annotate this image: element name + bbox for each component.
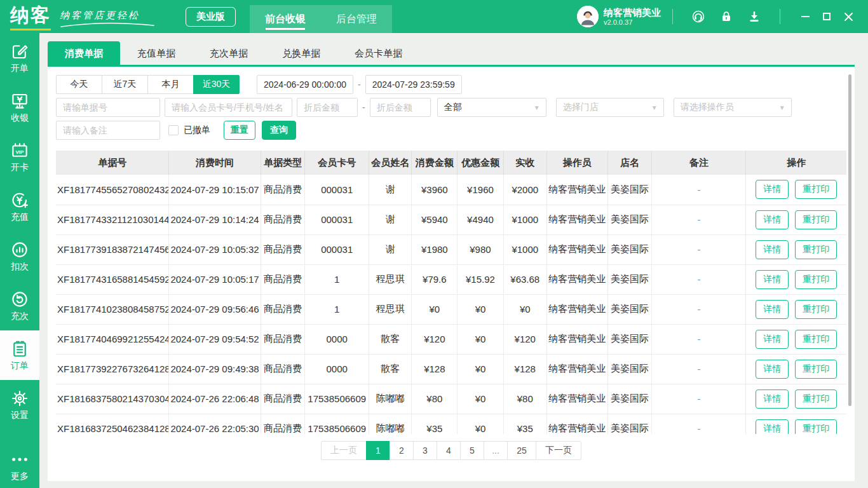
doc-tab-member-card[interactable]: 会员卡单据 — [337, 41, 419, 65]
detail-button[interactable]: 详情 — [756, 210, 789, 229]
detail-button[interactable]: 详情 — [756, 180, 789, 199]
operator-select[interactable]: 请选择操作员 ▼ — [674, 98, 792, 117]
table-cell: 17538506609 — [305, 384, 369, 414]
close-button[interactable] — [837, 7, 859, 26]
table-actions-cell: 详情重打印 — [746, 324, 846, 354]
user-area[interactable]: 纳客营销美业 v2.0.0.37 — [577, 6, 661, 27]
amount-min-input[interactable] — [297, 98, 358, 117]
pagination-page-button[interactable]: 3 — [413, 441, 437, 460]
sidebar-item-open-card[interactable]: VIP 开卡 — [0, 132, 39, 182]
pagination-page-button[interactable]: 2 — [390, 441, 414, 460]
filter-row-dates: 今天近7天本月近30天 - — [56, 75, 846, 94]
member-search-input[interactable] — [165, 98, 292, 117]
detail-button[interactable]: 详情 — [756, 330, 789, 349]
maximize-button[interactable] — [816, 7, 837, 26]
reprint-button[interactable]: 重打印 — [795, 210, 837, 229]
table-cell: ¥4940 — [458, 205, 503, 234]
doc-tab-recharge-times[interactable]: 充次单据 — [193, 41, 265, 65]
sidebar-item-label: 设置 — [11, 410, 29, 421]
reprint-button[interactable]: 重打印 — [795, 390, 837, 409]
vertical-scrollbar[interactable] — [848, 74, 851, 406]
sidebar-item-settings[interactable]: 设置 — [0, 380, 39, 430]
orders-panel: 今天近7天本月近30天 - - 全部 ▼ 选择门店 ▼ 请选择操作员 ▼ — [48, 67, 855, 481]
lock-icon[interactable] — [719, 10, 733, 24]
detail-button[interactable]: 详情 — [756, 390, 789, 409]
date-preset-button[interactable]: 近7天 — [102, 75, 148, 94]
pagination-page-button[interactable]: 5 — [460, 441, 484, 460]
date-preset-button[interactable]: 今天 — [56, 75, 102, 94]
detail-button[interactable]: 详情 — [756, 360, 789, 379]
filter-row-remark: 已撤单 重置 查询 — [56, 121, 846, 140]
sidebar-item-open-bill[interactable]: 开单 — [0, 33, 39, 83]
table-cell: 000031 — [305, 234, 369, 264]
table-cell: 商品消费 — [261, 294, 305, 324]
cancelled-checkbox-label: 已撤单 — [184, 125, 210, 136]
reprint-button[interactable]: 重打印 — [795, 330, 837, 349]
minimize-button[interactable] — [794, 7, 816, 26]
reprint-button[interactable]: 重打印 — [795, 419, 837, 435]
table-cell: ¥980 — [458, 234, 503, 264]
type-select[interactable]: 全部 ▼ — [437, 98, 546, 117]
search-button[interactable]: 查询 — [262, 121, 296, 140]
reprint-button[interactable]: 重打印 — [795, 360, 837, 379]
sidebar-item-deduct-times[interactable]: 扣次 — [0, 231, 39, 281]
reprint-button[interactable]: 重打印 — [795, 300, 837, 319]
pagination-prev-button[interactable]: 上一页 — [321, 441, 367, 460]
reprint-button[interactable]: 重打印 — [795, 180, 837, 199]
pagination-next-button[interactable]: 下一页 — [536, 441, 581, 460]
detail-button[interactable]: 详情 — [756, 419, 789, 435]
reprint-button[interactable]: 重打印 — [795, 240, 837, 259]
sidebar-item-recharge-times[interactable]: 充次 — [0, 281, 39, 330]
amount-max-input[interactable] — [370, 98, 431, 117]
pagination-page-button[interactable]: 25 — [507, 441, 536, 460]
customer-service-icon[interactable] — [691, 10, 705, 24]
pagination-page-button[interactable]: 4 — [437, 441, 461, 460]
header-tab-back-manage[interactable]: 后台管理 — [321, 5, 392, 33]
reprint-button[interactable]: 重打印 — [795, 270, 837, 289]
date-from-input[interactable] — [257, 75, 353, 94]
table-cell: XF1817739183872147456 — [56, 234, 169, 264]
remark-input[interactable] — [56, 121, 160, 140]
pagination-ellipsis[interactable]: ... — [484, 441, 508, 460]
doc-tab-recharge[interactable]: 充值单据 — [120, 41, 193, 65]
table-column-header: 单据类型 — [261, 151, 305, 175]
date-preset-group: 今天近7天本月近30天 — [56, 75, 240, 94]
table-cell: 纳客营销美业 — [546, 205, 607, 234]
table-cell: ¥3960 — [412, 175, 458, 205]
doc-tab-consume[interactable]: 消费单据 — [48, 41, 120, 65]
table-cell: ¥0 — [412, 294, 458, 324]
sidebar-item-cashier[interactable]: 收银 — [0, 83, 39, 132]
table-row: XF18168372504623841282024-07-26 22:05:30… — [56, 414, 846, 434]
table-cell: ¥35 — [412, 414, 458, 434]
detail-button[interactable]: 详情 — [756, 270, 789, 289]
table-cell: 美姿国际 — [607, 384, 652, 414]
pagination-page-button[interactable]: 1 — [366, 441, 390, 460]
sidebar-item-label: 充次 — [11, 311, 29, 322]
orders-table: 单据号消费时间单据类型会员卡号会员姓名消费金额优惠金额实收操作员店名备注操作 X… — [56, 151, 846, 434]
doc-tab-exchange[interactable]: 兑换单据 — [265, 41, 337, 65]
table-row: XF18177433211210301442024-07-29 10:14:24… — [56, 205, 846, 234]
table-row: XF18177392276732641282024-07-29 09:49:38… — [56, 354, 846, 384]
table-cell: 程思琪 — [369, 294, 412, 324]
date-range-separator: - — [358, 79, 361, 90]
sidebar-item-recharge[interactable]: 充值 — [0, 182, 39, 231]
bill-no-input[interactable] — [56, 98, 160, 117]
detail-button[interactable]: 详情 — [756, 300, 789, 319]
store-select[interactable]: 选择门店 ▼ — [556, 98, 664, 117]
download-icon[interactable] — [747, 10, 761, 24]
table-cell: 2024-07-29 09:56:46 — [169, 294, 261, 324]
chevron-down-icon: ▼ — [779, 104, 785, 111]
header-tab-front-cashier[interactable]: 前台收银 — [250, 5, 321, 33]
sidebar-item-orders[interactable]: 订单 — [0, 330, 39, 380]
table-cell: ¥63.68 — [503, 264, 546, 294]
reset-button[interactable]: 重置 — [224, 121, 255, 140]
chevron-down-icon: ▼ — [534, 104, 540, 111]
date-to-input[interactable] — [365, 75, 462, 94]
cancelled-checkbox[interactable] — [168, 125, 179, 135]
edition-badge[interactable]: 美业版 — [186, 7, 236, 27]
sidebar-item-more[interactable]: 更多 — [0, 447, 39, 484]
detail-button[interactable]: 详情 — [756, 240, 789, 259]
date-preset-button[interactable]: 近30天 — [193, 75, 240, 94]
table-cell: XF1817740469921255424 — [56, 324, 169, 354]
date-preset-button[interactable]: 本月 — [147, 75, 194, 94]
